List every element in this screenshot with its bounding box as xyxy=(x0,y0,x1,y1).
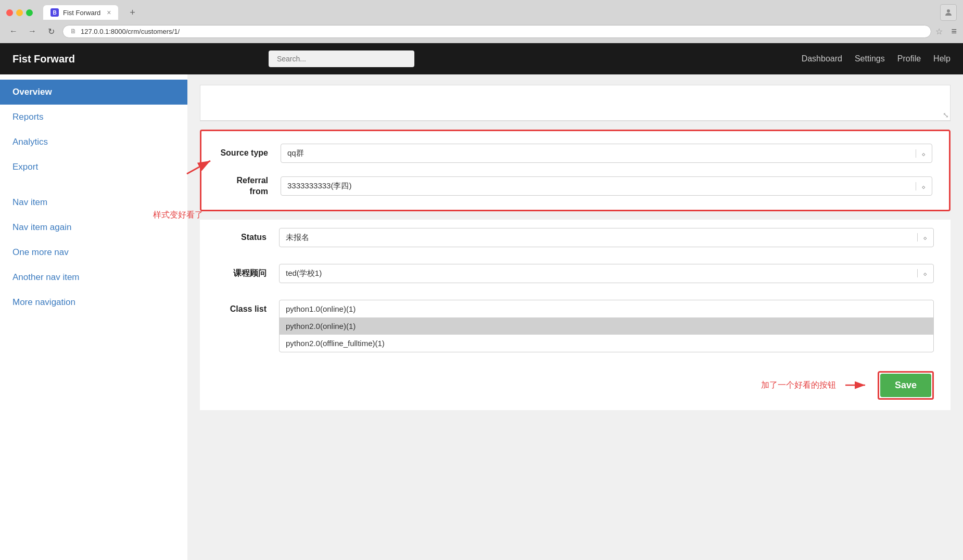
source-type-arrow: ⬦ xyxy=(916,149,926,158)
nav-help[interactable]: Help xyxy=(933,54,951,63)
minimize-dot[interactable] xyxy=(16,9,23,16)
browser-tab[interactable]: B Fist Forward × xyxy=(43,5,118,20)
tab-close-button[interactable]: × xyxy=(107,8,111,17)
nav-profile[interactable]: Profile xyxy=(897,54,921,63)
referral-from-value: 3333333333(李四) xyxy=(287,181,910,191)
sidebar-item-one-more-nav[interactable]: One more nav xyxy=(0,240,187,265)
save-button[interactable]: Save xyxy=(880,374,931,397)
status-select[interactable]: 未报名 ⬦ xyxy=(279,228,934,247)
browser-dots xyxy=(6,9,33,16)
sidebar-item-reports[interactable]: Reports xyxy=(0,105,187,130)
nav-settings[interactable]: Settings xyxy=(855,54,885,63)
nav-dashboard[interactable]: Dashboard xyxy=(802,54,842,63)
source-type-value: qq群 xyxy=(287,148,910,158)
class-list[interactable]: python1.0(online)(1) python2.0(online)(1… xyxy=(279,300,934,352)
referral-from-select[interactable]: 3333333333(李四) ⬦ xyxy=(281,176,932,196)
sidebar-item-more-navigation[interactable]: More navigation xyxy=(0,290,187,315)
referral-from-arrow: ⬦ xyxy=(916,182,926,190)
main-content: ⤡ Source type xyxy=(187,74,963,560)
status-arrow: ⬦ xyxy=(917,233,927,241)
arrow-annotation xyxy=(184,156,216,179)
status-group: Status 未报名 ⬦ xyxy=(217,228,934,247)
app-body: Overview Reports Analytics Export Nav it… xyxy=(0,74,963,560)
advisor-select[interactable]: ted(学校1) ⬦ xyxy=(279,264,934,283)
class-list-group: Class list python1.0(online)(1) python2.… xyxy=(217,300,934,352)
tab-title: Fist Forward xyxy=(63,9,100,17)
sidebar-item-analytics[interactable]: Analytics xyxy=(0,130,187,155)
class-list-label: Class list xyxy=(217,300,279,315)
browser-chrome: B Fist Forward × + ← → ↻ 🗎 127.0.0.1:800… xyxy=(0,0,963,43)
status-value: 未报名 xyxy=(286,233,912,243)
class-list-section: Class list python1.0(online)(1) python2.… xyxy=(200,291,951,361)
profile-icon[interactable] xyxy=(940,4,957,21)
sidebar-item-another-nav[interactable]: Another nav item xyxy=(0,265,187,290)
search-input[interactable] xyxy=(269,50,414,67)
app-logo: Fist Forward xyxy=(12,53,75,65)
save-arrow-icon xyxy=(844,380,869,390)
bookmark-icon[interactable]: ☆ xyxy=(935,27,943,36)
save-button-wrapper: Save xyxy=(878,371,934,400)
forward-button[interactable]: → xyxy=(25,24,40,39)
sidebar-item-overview[interactable]: Overview xyxy=(0,80,187,105)
save-section: 加了一个好看的按钮 Save xyxy=(200,361,951,410)
refresh-button[interactable]: ↻ xyxy=(44,24,58,39)
tab-favicon: B xyxy=(50,8,59,17)
close-dot[interactable] xyxy=(6,9,13,16)
class-list-item-1[interactable]: python2.0(online)(1) xyxy=(280,317,933,335)
resize-handle[interactable]: ⤡ xyxy=(943,111,949,119)
url-text: 127.0.0.1:8000/crm/customers/1/ xyxy=(81,28,180,35)
svg-point-0 xyxy=(947,9,950,12)
app-nav: Dashboard Settings Profile Help xyxy=(802,54,951,63)
referral-from-group: Referral from 3333333333(李四) ⬦ xyxy=(218,175,932,197)
new-tab-button[interactable]: + xyxy=(124,6,140,19)
app-header: Fist Forward Dashboard Settings Profile … xyxy=(0,43,963,74)
source-type-label: Source type xyxy=(218,148,281,159)
url-bar[interactable]: 🗎 127.0.0.1:8000/crm/customers/1/ xyxy=(62,25,931,38)
highlight-section: Source type qq群 ⬦ Referral from 33333333… xyxy=(200,130,951,211)
sidebar-item-export[interactable]: Export xyxy=(0,155,187,180)
source-type-group: Source type qq群 ⬦ xyxy=(218,144,932,163)
class-list-item-2[interactable]: python2.0(offline_fulltime)(1) xyxy=(280,335,933,352)
class-list-item-0[interactable]: python1.0(online)(1) xyxy=(280,300,933,317)
status-section: Status 未报名 ⬦ xyxy=(200,220,951,256)
advisor-label: 课程顾问 xyxy=(217,268,279,279)
save-note: 加了一个好看的按钮 xyxy=(761,380,836,391)
advisor-section: 课程顾问 ted(学校1) ⬦ xyxy=(200,256,951,291)
advisor-group: 课程顾问 ted(学校1) ⬦ xyxy=(217,264,934,283)
svg-line-2 xyxy=(187,161,210,174)
advisor-value: ted(学校1) xyxy=(286,269,912,278)
sidebar: Overview Reports Analytics Export Nav it… xyxy=(0,74,187,560)
url-icon: 🗎 xyxy=(70,28,77,35)
source-type-select[interactable]: qq群 ⬦ xyxy=(281,144,932,163)
menu-icon[interactable]: ≡ xyxy=(951,26,957,37)
search-container xyxy=(269,50,414,67)
top-area: ⤡ xyxy=(200,85,951,121)
advisor-arrow: ⬦ xyxy=(917,269,927,277)
maximize-dot[interactable] xyxy=(26,9,33,16)
referral-from-label: Referral from xyxy=(218,175,281,197)
sidebar-divider xyxy=(0,180,187,190)
status-label: Status xyxy=(217,232,279,243)
back-button[interactable]: ← xyxy=(6,24,21,39)
